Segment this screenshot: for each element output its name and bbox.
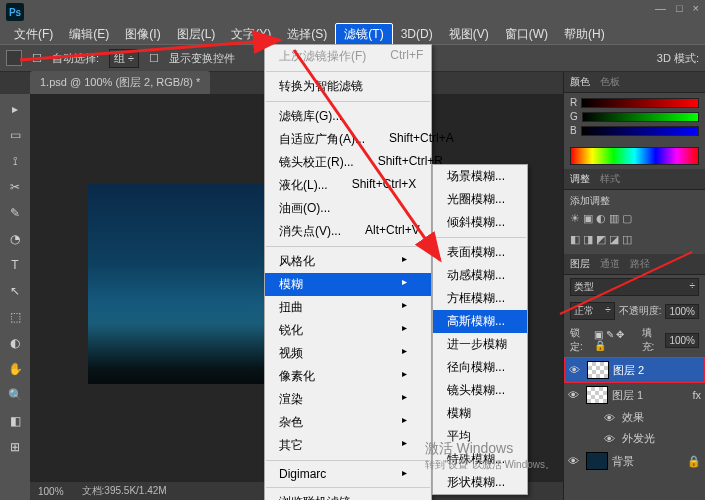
menu-item[interactable]: 进一步模糊	[433, 333, 527, 356]
visibility-icon[interactable]: 👁	[604, 412, 618, 424]
visibility-icon[interactable]: 👁	[568, 455, 582, 467]
menu-item[interactable]: 镜头校正(R)...Shift+Ctrl+R	[265, 151, 431, 174]
layer-thumb[interactable]	[586, 386, 608, 404]
layer-row[interactable]: 👁 背景 🔒	[564, 449, 705, 473]
tab-layers[interactable]: 图层	[570, 257, 590, 271]
layer-row[interactable]: 👁 图层 1 fx	[564, 383, 705, 407]
menu-1[interactable]: 编辑(E)	[61, 24, 117, 45]
g-slider[interactable]	[582, 112, 699, 122]
menu-item[interactable]: 杂色	[265, 411, 431, 434]
tool-13[interactable]: ⊞	[3, 436, 27, 458]
kind-dropdown[interactable]: 类型÷	[570, 278, 699, 296]
menu-item[interactable]: 扭曲	[265, 296, 431, 319]
g-label: G	[570, 111, 578, 122]
menu-10[interactable]: 帮助(H)	[556, 24, 613, 45]
menu-7[interactable]: 3D(D)	[393, 25, 441, 43]
tool-7[interactable]: ↖	[3, 280, 27, 302]
min-button[interactable]: —	[655, 2, 666, 14]
menu-8[interactable]: 视图(V)	[441, 24, 497, 45]
tool-0[interactable]: ▸	[3, 98, 27, 120]
menu-item[interactable]: 锐化	[265, 319, 431, 342]
layer-name[interactable]: 图层 1	[612, 388, 643, 403]
menu-item[interactable]: 转换为智能滤镜	[265, 75, 431, 98]
lock-icons[interactable]: ▣ ✎ ✥ 🔒	[594, 329, 634, 351]
menu-item[interactable]: 渲染	[265, 388, 431, 411]
menu-item[interactable]: 方框模糊...	[433, 287, 527, 310]
opacity-field[interactable]: 100%	[665, 304, 699, 319]
menu-item[interactable]: 倾斜模糊...	[433, 211, 527, 234]
tab-color[interactable]: 颜色	[570, 75, 590, 89]
tab-channels[interactable]: 通道	[600, 257, 620, 271]
layer-thumb[interactable]	[587, 361, 609, 379]
menu-0[interactable]: 文件(F)	[6, 24, 61, 45]
menu-4[interactable]: 文字(Y)	[223, 24, 279, 45]
menu-item[interactable]: 消失点(V)...Alt+Ctrl+V	[265, 220, 431, 243]
spectrum[interactable]	[570, 147, 699, 165]
tool-4[interactable]: ✎	[3, 202, 27, 224]
auto-select-dropdown[interactable]: 组 ÷	[109, 49, 139, 68]
visibility-icon[interactable]: 👁	[568, 389, 582, 401]
menu-2[interactable]: 图像(I)	[117, 24, 168, 45]
tool-9[interactable]: ◐	[3, 332, 27, 354]
document-tab[interactable]: 1.psd @ 100% (图层 2, RGB/8) *	[30, 71, 210, 94]
tool-8[interactable]: ⬚	[3, 306, 27, 328]
menu-item[interactable]: 模糊	[265, 273, 431, 296]
tab-adjust[interactable]: 调整	[570, 172, 590, 186]
zoom-level[interactable]: 100%	[38, 486, 64, 497]
layer-effect[interactable]: 👁 效果	[564, 407, 705, 428]
menu-item[interactable]: 径向模糊...	[433, 356, 527, 379]
layer-name[interactable]: 背景	[612, 454, 634, 469]
tool-6[interactable]: T	[3, 254, 27, 276]
layer-effect[interactable]: 👁 外发光	[564, 428, 705, 449]
menu-item[interactable]: 上次滤镜操作(F)Ctrl+F	[265, 45, 431, 68]
b-slider[interactable]	[581, 126, 699, 136]
tool-2[interactable]: ⟟	[3, 150, 27, 172]
menu-item[interactable]: 风格化	[265, 250, 431, 273]
tool-11[interactable]: 🔍	[3, 384, 27, 406]
menu-item[interactable]: 视频	[265, 342, 431, 365]
menu-5[interactable]: 选择(S)	[279, 24, 335, 45]
tab-swatches[interactable]: 色板	[600, 75, 620, 89]
menu-item[interactable]: 液化(L)...Shift+Ctrl+X	[265, 174, 431, 197]
fx-icon[interactable]: fx	[692, 389, 701, 401]
menu-item[interactable]: 模糊	[433, 402, 527, 425]
filter-menu[interactable]: 上次滤镜操作(F)Ctrl+F转换为智能滤镜滤镜库(G)...自适应广角(A).…	[264, 44, 432, 500]
tab-styles[interactable]: 样式	[600, 172, 620, 186]
adj-icons-row1[interactable]: ☀ ▣ ◐ ▥ ▢	[570, 208, 699, 229]
menu-item[interactable]: Digimarc	[265, 464, 431, 484]
menu-item[interactable]: 其它	[265, 434, 431, 457]
layer-row[interactable]: 👁 图层 2	[564, 357, 705, 383]
visibility-icon[interactable]: 👁	[569, 364, 583, 376]
r-slider[interactable]	[581, 98, 699, 108]
max-button[interactable]: □	[676, 2, 683, 14]
menu-item[interactable]: 高斯模糊...	[433, 310, 527, 333]
menu-9[interactable]: 窗口(W)	[497, 24, 556, 45]
menu-item[interactable]: 形状模糊...	[433, 471, 527, 494]
visibility-icon[interactable]: 👁	[604, 433, 618, 445]
menu-item[interactable]: 像素化	[265, 365, 431, 388]
move-tool-icon[interactable]	[6, 50, 22, 66]
menu-item[interactable]: 场景模糊...	[433, 165, 527, 188]
close-button[interactable]: ×	[693, 2, 699, 14]
tool-3[interactable]: ✂	[3, 176, 27, 198]
menu-item[interactable]: 自适应广角(A)...Shift+Ctrl+A	[265, 128, 431, 151]
menu-item[interactable]: 动感模糊...	[433, 264, 527, 287]
menu-item[interactable]: 镜头模糊...	[433, 379, 527, 402]
menu-6[interactable]: 滤镜(T)	[335, 23, 392, 46]
tool-12[interactable]: ◧	[3, 410, 27, 432]
menu-item[interactable]: 油画(O)...	[265, 197, 431, 220]
fill-field[interactable]: 100%	[665, 333, 699, 348]
tool-10[interactable]: ✋	[3, 358, 27, 380]
layer-thumb[interactable]	[586, 452, 608, 470]
tool-1[interactable]: ▭	[3, 124, 27, 146]
adj-icons-row2[interactable]: ◧ ◨ ◩ ◪ ◫	[570, 229, 699, 250]
menu-3[interactable]: 图层(L)	[169, 24, 224, 45]
menu-item[interactable]: 光圈模糊...	[433, 188, 527, 211]
menu-item[interactable]: 表面模糊...	[433, 241, 527, 264]
layer-name[interactable]: 图层 2	[613, 363, 644, 378]
blend-dropdown[interactable]: 正常÷	[570, 302, 615, 320]
menu-item[interactable]: 滤镜库(G)...	[265, 105, 431, 128]
menu-item[interactable]: 浏览联机滤镜...	[265, 491, 431, 500]
tab-paths[interactable]: 路径	[630, 257, 650, 271]
tool-5[interactable]: ◔	[3, 228, 27, 250]
